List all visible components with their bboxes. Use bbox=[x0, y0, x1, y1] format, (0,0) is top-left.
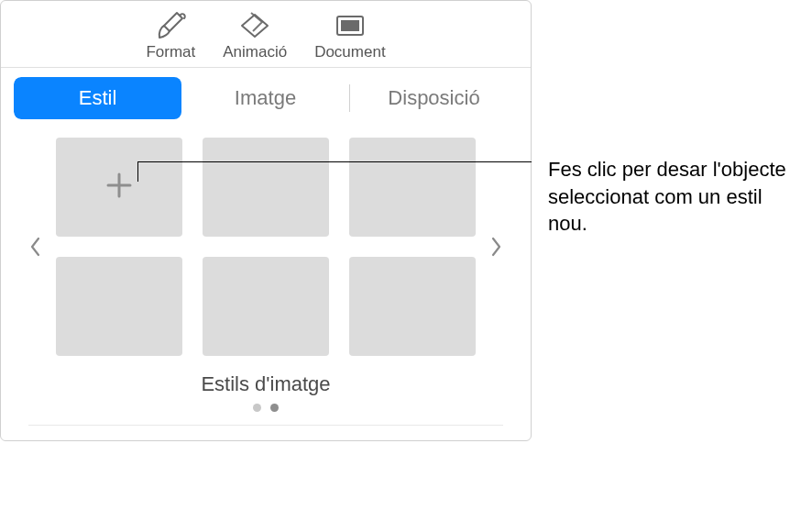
style-thumb[interactable] bbox=[203, 138, 329, 237]
callout-text: Fes clic per desar l'objecte seleccionat… bbox=[548, 156, 805, 238]
style-thumb[interactable] bbox=[349, 138, 476, 237]
top-toolbar: Format Animació bbox=[1, 1, 531, 68]
tab-image-label: Imatge bbox=[235, 86, 296, 109]
toolbar-animation-label: Animació bbox=[223, 43, 287, 61]
paintbrush-icon bbox=[150, 8, 191, 41]
diamond-icon bbox=[235, 8, 275, 41]
segmented-control: Estil Imatge Disposició bbox=[14, 77, 518, 119]
plus-icon bbox=[101, 167, 137, 207]
divider bbox=[28, 425, 503, 426]
add-style-button[interactable] bbox=[56, 138, 182, 237]
styles-title: Estils d'imatge bbox=[10, 372, 521, 396]
callout-leader-line bbox=[137, 161, 138, 182]
toolbar-animation[interactable]: Animació bbox=[223, 8, 287, 61]
style-grid bbox=[56, 138, 476, 356]
document-icon bbox=[330, 8, 370, 41]
toolbar-document[interactable]: Document bbox=[314, 8, 385, 61]
toolbar-format[interactable]: Format bbox=[146, 8, 195, 61]
toolbar-format-label: Format bbox=[146, 43, 195, 61]
toolbar-document-label: Document bbox=[314, 43, 385, 61]
callout-leader-line bbox=[137, 161, 532, 162]
page-dot-active[interactable] bbox=[270, 404, 279, 412]
tab-style-label: Estil bbox=[79, 86, 117, 109]
page-dot[interactable] bbox=[253, 404, 261, 412]
tab-image[interactable]: Imatge bbox=[181, 77, 349, 119]
page-indicator bbox=[10, 404, 521, 412]
style-thumb[interactable] bbox=[349, 257, 476, 356]
chevron-right-icon[interactable] bbox=[483, 233, 510, 261]
inspector-panel: Format Animació bbox=[0, 0, 532, 441]
tab-style[interactable]: Estil bbox=[14, 77, 181, 119]
style-thumb[interactable] bbox=[56, 257, 182, 356]
tab-layout-label: Disposició bbox=[388, 86, 479, 109]
styles-area: Estils d'imatge bbox=[1, 119, 531, 440]
tab-layout[interactable]: Disposició bbox=[350, 77, 518, 119]
chevron-left-icon[interactable] bbox=[21, 233, 49, 261]
style-thumb[interactable] bbox=[203, 257, 329, 356]
svg-rect-1 bbox=[341, 20, 359, 31]
